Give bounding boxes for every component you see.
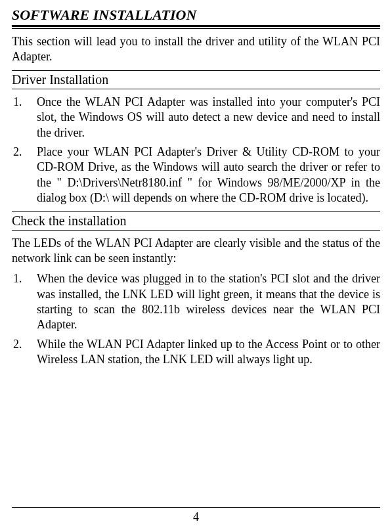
section-heading-driver-installation: Driver Installation [12, 70, 380, 89]
list-item: 2. Place your WLAN PCI Adapter's Driver … [12, 144, 380, 206]
page-number: 4 [12, 507, 380, 524]
intro-text: This section will lead you to install th… [12, 34, 380, 65]
list-text: When the device was plugged in to the st… [37, 271, 380, 333]
section-heading-check-installation: Check the installation [12, 211, 380, 231]
list-item: 1. When the device was plugged in to the… [12, 271, 380, 333]
list-text: While the WLAN PCI Adapter linked up to … [37, 337, 380, 368]
page-title: SOFTWARE INSTALLATION [12, 7, 380, 24]
list-text: Place your WLAN PCI Adapter's Driver & U… [37, 144, 380, 206]
title-rule-thin [12, 28, 380, 29]
check-installation-body: The LEDs of the WLAN PCI Adapter are cle… [12, 236, 380, 267]
title-rule-thick [12, 25, 380, 27]
list-item: 1. Once the WLAN PCI Adapter was install… [12, 95, 380, 141]
list-number: 1. [12, 95, 37, 141]
check-installation-list: 1. When the device was plugged in to the… [12, 271, 380, 367]
list-item: 2. While the WLAN PCI Adapter linked up … [12, 337, 380, 368]
list-number: 2. [12, 337, 37, 368]
list-text: Once the WLAN PCI Adapter was installed … [37, 95, 380, 141]
page-footer: 4 [12, 507, 380, 524]
list-number: 1. [12, 271, 37, 333]
driver-installation-list: 1. Once the WLAN PCI Adapter was install… [12, 95, 380, 206]
list-number: 2. [12, 144, 37, 206]
